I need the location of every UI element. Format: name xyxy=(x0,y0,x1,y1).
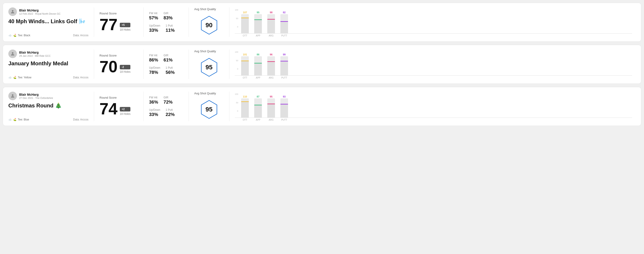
player-info: Blair McHarg 12 Feb 2022 · Royal North D… xyxy=(19,8,60,15)
tee-info: ☁️ ⛳ Tee: Blue xyxy=(8,118,29,121)
round-score-label: Round Score xyxy=(100,96,138,99)
score-modifier-badge: +5 xyxy=(120,23,130,27)
round-score-label: Round Score xyxy=(100,12,138,15)
stats-section: FW Hit 57% GIR 83% Up/Down 33% 1 Putt 11… xyxy=(144,7,189,37)
player-header: Blair McHarg 27 Dec 2021 · The Oxfordshi… xyxy=(8,92,88,100)
up-down-value: 33% xyxy=(149,28,160,33)
chart-section: 100 50 0 110 87 95 xyxy=(230,92,636,121)
holes-label: 18 Holes xyxy=(120,70,130,73)
tee-label: Tee: Yellow xyxy=(18,76,31,79)
round-title: January Monthly Medal xyxy=(8,60,88,67)
gir-stat: GIR 72% xyxy=(164,96,172,105)
bar-group-app: 87 xyxy=(254,95,262,118)
chart-section: 100 50 0 101 86 96 xyxy=(230,50,636,79)
round-info-section: Blair McHarg 12 Feb 2022 · Royal North D… xyxy=(8,7,94,37)
bar-group-arg: 95 xyxy=(267,95,275,118)
holes-label: 18 Holes xyxy=(120,28,130,31)
fw-hit-label: FW Hit xyxy=(149,96,158,99)
bar-group-app: 95 xyxy=(254,11,262,33)
data-source: Data: Arccos xyxy=(73,118,88,121)
one-putt-stat: 1 Putt 11% xyxy=(166,24,174,33)
data-source: Data: Arccos xyxy=(73,34,88,37)
player-date: 27 Dec 2021 · The Oxfordshire xyxy=(19,97,53,99)
avatar xyxy=(8,50,17,58)
bar-group-arg: 98 xyxy=(267,11,275,33)
fw-hit-value: 57% xyxy=(149,15,158,20)
stats-section: FW Hit 86% GIR 61% Up/Down 78% 1 Putt 56… xyxy=(144,50,189,79)
card-footer: ☁️ ⛳ Tee: Blue Data: Arccos xyxy=(8,118,88,121)
player-name: Blair McHarg xyxy=(19,8,60,12)
weather-icon: ☁️ xyxy=(8,76,12,79)
tee-info: ☁️ ⛳ Tee: Black xyxy=(8,34,30,37)
tee-info: ☁️ ⛳ Tee: Yellow xyxy=(8,76,31,79)
quality-section: Avg Shot Quality 95 xyxy=(189,92,230,121)
score-number: 70 xyxy=(100,59,118,75)
round-card: Blair McHarg 29 Jan 2022 · Mill Ride GCC… xyxy=(3,45,641,84)
stats-row-top: FW Hit 86% GIR 61% xyxy=(149,54,183,63)
gir-stat: GIR 83% xyxy=(164,12,172,20)
data-source: Data: Arccos xyxy=(73,76,88,79)
one-putt-label: 1 Putt xyxy=(166,24,174,27)
up-down-label: Up/Down xyxy=(149,108,160,112)
score-badge-group: -2 18 Holes xyxy=(120,65,130,75)
stats-row-top: FW Hit 57% GIR 83% xyxy=(149,12,183,20)
up-down-label: Up/Down xyxy=(149,66,160,69)
stats-row-bottom: Up/Down 78% 1 Putt 56% xyxy=(149,66,183,75)
hex-score: 95 xyxy=(206,64,212,71)
card-footer: ☁️ ⛳ Tee: Black Data: Arccos xyxy=(8,34,88,37)
round-card: Blair McHarg 12 Feb 2022 · Royal North D… xyxy=(3,3,641,42)
round-score-section: Round Score 77 +5 18 Holes xyxy=(94,7,144,37)
one-putt-stat: 1 Putt 56% xyxy=(166,66,174,75)
golf-cart-icon: ⛳ xyxy=(13,118,16,121)
player-header: Blair McHarg 29 Jan 2022 · Mill Ride GCC xyxy=(8,50,88,58)
tee-label: Tee: Blue xyxy=(18,118,29,121)
svg-point-2 xyxy=(12,94,13,96)
golf-cart-icon: ⛳ xyxy=(13,76,16,79)
one-putt-value: 11% xyxy=(166,28,174,33)
svg-point-0 xyxy=(12,10,13,12)
player-header: Blair McHarg 12 Feb 2022 · Royal North D… xyxy=(8,7,88,16)
fw-hit-value: 36% xyxy=(149,100,158,105)
svg-point-1 xyxy=(12,52,13,54)
score-badge-group: +2 18 Holes xyxy=(120,107,130,117)
bar-group-arg: 96 xyxy=(267,53,275,75)
holes-label: 18 Holes xyxy=(120,112,130,116)
score-row: 74 +2 18 Holes xyxy=(100,101,138,117)
round-score-section: Round Score 74 +2 18 Holes xyxy=(94,92,144,121)
bar-group-putt: 93 xyxy=(280,95,288,118)
player-name: Blair McHarg xyxy=(19,93,53,96)
score-number: 74 xyxy=(100,101,118,117)
score-modifier-badge: -2 xyxy=(120,65,130,69)
stats-row-bottom: Up/Down 33% 1 Putt 22% xyxy=(149,108,183,117)
quality-label: Avg Shot Quality xyxy=(194,50,216,53)
round-score-label: Round Score xyxy=(100,54,138,57)
bar-group-ott: 107 xyxy=(241,11,249,33)
golf-cart-icon: ⛳ xyxy=(13,34,16,37)
hexagon-container: 95 xyxy=(199,56,219,79)
hexagon-container: 95 xyxy=(199,98,219,121)
quality-label: Avg Shot Quality xyxy=(194,7,216,11)
fw-hit-stat: FW Hit 57% xyxy=(149,12,158,20)
quality-section: Avg Shot Quality 95 xyxy=(189,50,230,79)
round-title: Christmas Round 🎄 xyxy=(8,103,88,109)
round-title: 40 Mph Winds... Links Golf 🌬️ xyxy=(8,18,88,24)
bar-group-ott: 110 xyxy=(241,95,249,118)
round-info-section: Blair McHarg 27 Dec 2021 · The Oxfordshi… xyxy=(8,92,94,121)
round-info-section: Blair McHarg 29 Jan 2022 · Mill Ride GCC… xyxy=(8,50,94,79)
bar-group-ott: 101 xyxy=(241,53,249,75)
gir-value: 72% xyxy=(164,100,172,105)
player-date: 12 Feb 2022 · Royal North Devon GC xyxy=(19,12,60,15)
gir-value: 83% xyxy=(164,15,172,20)
up-down-label: Up/Down xyxy=(149,24,160,27)
fw-hit-value: 86% xyxy=(149,57,158,63)
quality-label: Avg Shot Quality xyxy=(194,92,216,95)
round-score-section: Round Score 70 -2 18 Holes xyxy=(94,50,144,79)
gir-label: GIR xyxy=(164,96,172,99)
score-row: 77 +5 18 Holes xyxy=(100,16,138,33)
chart-section: 100 50 0 107 95 98 xyxy=(230,7,636,37)
score-modifier-badge: +2 xyxy=(120,107,130,112)
avatar xyxy=(8,7,17,16)
tee-label: Tee: Black xyxy=(18,34,30,37)
bar-group-putt: 99 xyxy=(280,53,288,75)
up-down-stat: Up/Down 33% xyxy=(149,108,160,117)
